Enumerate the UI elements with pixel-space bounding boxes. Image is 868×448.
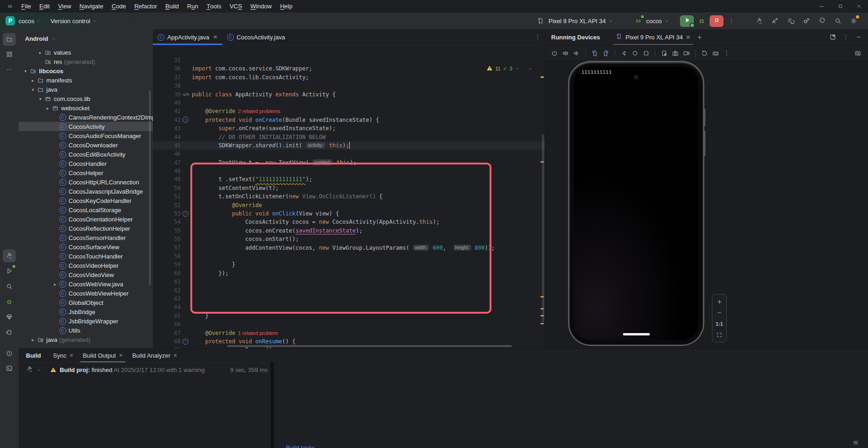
inspections-widget[interactable]: 11 ✓ 3	[486, 65, 538, 72]
tree-item-cocostouchhandler[interactable]: CCocosTouchHandler	[19, 252, 153, 261]
gutter-run-icon[interactable]: </>	[182, 90, 189, 99]
volume-down-icon[interactable]	[572, 48, 582, 58]
tree-item-jsbbridgewrapper[interactable]: CJsbBridgeWrapper	[19, 316, 153, 326]
tree-item-cocoshandler[interactable]: CCocosHandler	[19, 159, 153, 168]
code-line-61[interactable]: 61	[153, 278, 545, 286]
maximize-button[interactable]	[831, 0, 849, 13]
code-line-60[interactable]: 60 });	[153, 269, 545, 278]
stripe-gem-icon[interactable]	[3, 310, 16, 323]
back-icon[interactable]	[619, 48, 629, 58]
build-variants-icon[interactable]	[785, 15, 797, 27]
implement-marker-icon[interactable]: ↑	[182, 211, 189, 217]
zoom-fit-button[interactable]	[714, 330, 725, 340]
code-line-41[interactable]: 41 @Override 2 related problems	[153, 107, 545, 115]
error-stripe-mark[interactable]	[541, 76, 544, 78]
overview-icon[interactable]	[641, 48, 651, 58]
rotate-left-icon[interactable]	[590, 48, 600, 58]
stripe-debug-bug-icon[interactable]	[3, 295, 16, 308]
settings-gear-icon[interactable]	[848, 15, 860, 27]
code-line-55[interactable]: 55 cocos.onCreate(savedInstanceState);	[153, 227, 545, 235]
error-stripe-mark[interactable]	[541, 161, 544, 163]
tree-item-manifests[interactable]: ▸manifests	[19, 76, 153, 85]
menu-vcs[interactable]: VCS	[226, 0, 246, 13]
kebab-icon[interactable]	[722, 48, 732, 58]
code-line-46[interactable]: 46	[153, 150, 545, 158]
tab-cocosactivity-java[interactable]: CCocosActivity.java	[222, 29, 290, 45]
project-view-selector[interactable]: Android	[19, 29, 153, 48]
code-line-52[interactable]: 52 @Override	[153, 201, 545, 209]
phone-screen[interactable]: .1111111111	[574, 67, 698, 340]
close-tab-icon[interactable]: ✕	[69, 353, 73, 359]
tree-item-globalobject[interactable]: CGlobalObject	[19, 298, 153, 307]
tree-item-cocosvideohelper[interactable]: CCocosVideoHelper	[19, 261, 153, 270]
code-line-63[interactable]: 63	[153, 295, 545, 303]
menu-view[interactable]: View	[54, 0, 75, 13]
stripe-problems-icon[interactable]	[3, 347, 16, 360]
soft-keyboard-icon[interactable]	[711, 48, 721, 58]
build-tab-build[interactable]: Build	[26, 349, 49, 362]
profiler-icon[interactable]	[800, 15, 812, 27]
editor-tabs-options-icon[interactable]	[534, 33, 541, 42]
build-status-row[interactable]: Build proj: finished At 2025/2/17 12:00 …	[19, 362, 274, 377]
code-line-65[interactable]: 65 }	[153, 312, 545, 320]
device-tab[interactable]: Pixel 9 Pro XL API 34 ✕	[612, 29, 694, 45]
editor-horizontal-scrollbar[interactable]	[227, 345, 512, 347]
build-hammer-icon[interactable]	[753, 15, 765, 27]
debug-button[interactable]	[696, 15, 708, 27]
minimize-button[interactable]	[812, 0, 831, 13]
build-output-link[interactable]: Build tasks	[286, 444, 315, 448]
code-line-50[interactable]: 50 setContentView(t);	[153, 184, 545, 192]
power-icon[interactable]	[549, 48, 560, 58]
stripe-build-hammer-icon[interactable]	[3, 249, 16, 262]
version-control-menu[interactable]: Version control	[50, 18, 90, 25]
tree-item-websocket[interactable]: ▸websocket	[19, 103, 153, 113]
chevron-collapsed-icon[interactable]: ▸	[30, 78, 36, 83]
code-line-64[interactable]: 64	[153, 303, 545, 311]
code-line-57[interactable]: 57 addContentView(cocos, new ViewGroup.L…	[153, 244, 545, 252]
tree-item-cocoswebview-java[interactable]: ▸CCocosWebView.java	[19, 279, 153, 289]
build-tab-build-output[interactable]: Build Output✕	[78, 349, 128, 362]
tree-item-cocossensorhandler[interactable]: CCocosSensorHandler	[19, 233, 153, 242]
search-icon[interactable]	[832, 15, 844, 27]
snap-magnifier-icon[interactable]	[852, 47, 864, 59]
panel-options-icon[interactable]	[841, 32, 851, 42]
screen-record-icon[interactable]	[681, 48, 692, 58]
home-icon[interactable]	[630, 48, 640, 58]
tree-item-cocossurfaceview[interactable]: CCocosSurfaceView	[19, 242, 153, 252]
tab-appactivity-java[interactable]: CAppActivity.java✕	[153, 29, 222, 45]
code-line-49[interactable]: 49 t .setText("1111111111111");	[153, 175, 545, 183]
code-line-43[interactable]: 43 super.onCreate(savedInstanceState);	[153, 124, 545, 133]
error-stripe-mark[interactable]	[541, 308, 544, 309]
tree-item-cocoshttpurlconnection[interactable]: CCocosHttpURLConnection	[19, 177, 153, 187]
tree-item-cocosreflectionhelper[interactable]: CCocosReflectionHelper	[19, 224, 153, 233]
code-line-58[interactable]: 58	[153, 252, 545, 260]
device-settings-icon[interactable]	[659, 48, 669, 58]
zoom-actual-size-button[interactable]: 1:1	[714, 319, 725, 329]
add-device-button[interactable]	[694, 32, 704, 42]
run-configuration[interactable]: cocos	[646, 18, 662, 25]
project-switcher[interactable]: cocos	[19, 18, 34, 25]
stripe-run-icon[interactable]	[3, 265, 16, 278]
rotate-right-icon[interactable]	[601, 48, 611, 58]
code-line-37[interactable]: 37import com.cocos.lib.CocosActivity;	[153, 73, 545, 82]
menu-build[interactable]: Build	[161, 0, 183, 13]
stripe-project-folder-icon[interactable]	[3, 33, 16, 46]
chevron-collapsed-icon[interactable]: ▸	[37, 50, 44, 55]
gutter-impl-icon[interactable]: ↑	[182, 211, 189, 217]
close-device-tab-icon[interactable]: ✕	[686, 34, 691, 41]
menu-tools[interactable]: Tools	[202, 0, 226, 13]
close-tab-icon[interactable]: ✕	[173, 353, 177, 359]
gutter-ovr-icon[interactable]: ↑	[182, 339, 189, 345]
sync-a-icon[interactable]	[769, 15, 781, 27]
chevron-expanded-icon[interactable]: ▾	[30, 87, 36, 92]
code-line-51[interactable]: 51 t.setOnClickListener(new View.OnClick…	[153, 192, 545, 201]
stripe-logcat-cat-icon[interactable]	[3, 326, 16, 339]
tree-item-cocosactivity[interactable]: CCocosActivity	[19, 122, 153, 131]
code-line-42[interactable]: 42↑ protected void onCreate(Bundle saved…	[153, 116, 545, 124]
chevron-down-icon[interactable]	[36, 367, 42, 373]
code-line-54[interactable]: 54 CocosActivity cocos = new CocosActivi…	[153, 218, 545, 226]
menu-edit[interactable]: Edit	[35, 0, 54, 13]
tree-item-cocosorientationhelper[interactable]: CCocosOrientationHelper	[19, 215, 153, 224]
tree-item-cocoswebviewhelper[interactable]: CCocosWebViewHelper	[19, 289, 153, 298]
code-line-48[interactable]: 48	[153, 167, 545, 175]
